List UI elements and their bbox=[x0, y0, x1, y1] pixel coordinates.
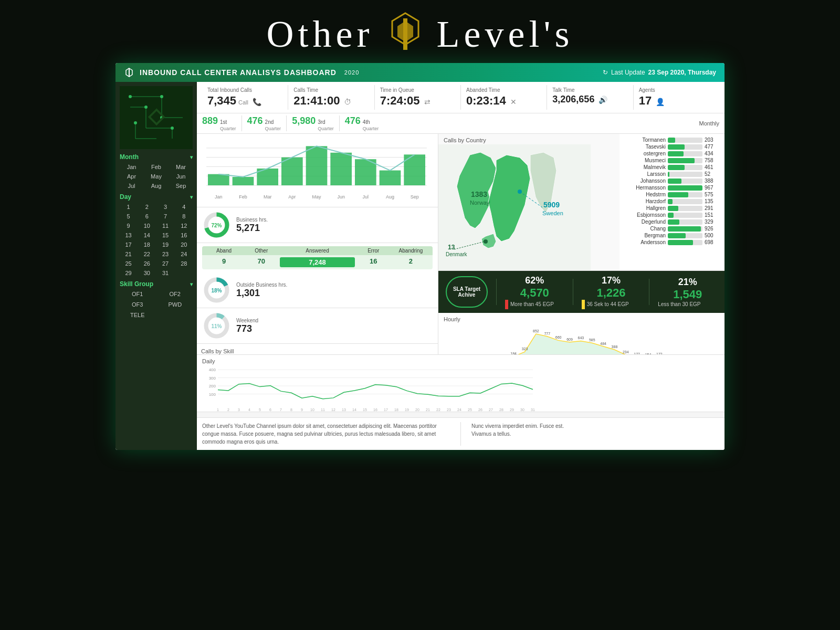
sidebar-day-14[interactable]: 14 bbox=[138, 231, 155, 239]
sidebar-day-30[interactable]: 30 bbox=[138, 269, 155, 277]
svg-rect-35 bbox=[306, 146, 328, 185]
sidebar-day-20[interactable]: 20 bbox=[175, 240, 193, 249]
sidebar-day-8[interactable]: 8 bbox=[175, 212, 193, 220]
agent-name-andersson: Andersson bbox=[624, 239, 666, 245]
sidebar-day-23[interactable]: 23 bbox=[157, 250, 174, 258]
skill-filter-icon[interactable]: ▾ bbox=[190, 281, 193, 287]
stats-header-1: Other bbox=[243, 248, 280, 254]
svg-text:13: 13 bbox=[448, 244, 455, 251]
outside-hours-info: Outside Business hrs. 1,301 bbox=[236, 282, 433, 299]
agent-bar-fill-hallgren bbox=[668, 206, 678, 211]
sidebar-day-3[interactable]: 3 bbox=[157, 203, 174, 211]
sidebar-day-19[interactable]: 19 bbox=[157, 240, 174, 249]
sidebar-day-15[interactable]: 15 bbox=[157, 231, 174, 239]
agent-bar-wrap-andersson bbox=[668, 240, 702, 245]
sidebar-day-5[interactable]: 5 bbox=[120, 212, 137, 220]
day-grid: 1234567891011121314151617181920212223242… bbox=[120, 203, 193, 277]
sidebar-day-7[interactable]: 7 bbox=[157, 212, 174, 220]
dashboard-header-left: INBOUND CALL CENTER ANALISYS DASHBOARD 2… bbox=[124, 67, 359, 78]
sidebar-day-11[interactable]: 11 bbox=[157, 222, 174, 230]
sidebar-day-6[interactable]: 6 bbox=[138, 212, 155, 220]
stats-table: AbandOtherAnsweredErrorAbandring 9707,24… bbox=[202, 246, 433, 269]
sidebar-skill-of1[interactable]: OF1 bbox=[120, 290, 155, 298]
sidebar-month-feb[interactable]: Feb bbox=[144, 163, 168, 171]
dashboard-title: INBOUND CALL CENTER ANALISYS DASHBOARD bbox=[140, 68, 337, 77]
sidebar-day-24[interactable]: 24 bbox=[175, 250, 193, 258]
brand-header: Other Level's bbox=[0, 0, 840, 63]
sidebar-day-22[interactable]: 22 bbox=[138, 250, 155, 258]
sidebar-month-apr[interactable]: Apr bbox=[120, 172, 143, 181]
sidebar-day-4[interactable]: 4 bbox=[175, 203, 193, 211]
sidebar-day-1[interactable]: 1 bbox=[120, 203, 137, 211]
sidebar-month-aug[interactable]: Aug bbox=[144, 182, 168, 190]
sidebar-month-jul[interactable]: Jul bbox=[120, 182, 143, 190]
map-section: Calls by Country bbox=[438, 134, 620, 270]
sidebar-month-jan[interactable]: Jan bbox=[120, 163, 143, 171]
q1-value: 889 bbox=[202, 116, 218, 127]
svg-text:12: 12 bbox=[331, 408, 335, 412]
svg-text:9: 9 bbox=[301, 408, 303, 412]
svg-point-15 bbox=[129, 95, 132, 98]
sla-pct-1: 62% bbox=[505, 275, 564, 286]
agent-value-hedstrm: 575 bbox=[705, 192, 720, 197]
svg-rect-41 bbox=[380, 171, 401, 185]
agent-value-harzdorf: 135 bbox=[705, 198, 720, 204]
day-filter-icon[interactable]: ▾ bbox=[190, 194, 193, 200]
agent-row-degerlund: Degerlund329 bbox=[624, 219, 720, 225]
sidebar-day-31[interactable]: 31 bbox=[157, 269, 174, 277]
svg-text:◇: ◇ bbox=[148, 104, 165, 127]
sla-segment-3: 21% 1,549 Less than 30 EGP bbox=[658, 277, 717, 307]
refresh-icon: ↻ bbox=[603, 69, 608, 76]
sla-pct-2: 17% bbox=[582, 275, 641, 286]
phone-icon: 📞 bbox=[253, 98, 261, 106]
svg-text:5909: 5909 bbox=[543, 201, 560, 209]
sidebar-day-29[interactable]: 29 bbox=[120, 269, 137, 277]
day-label: Day bbox=[120, 193, 131, 201]
sidebar-skill-pwd[interactable]: PWD bbox=[158, 300, 193, 309]
agent-bar-fill-hermansson bbox=[668, 185, 702, 191]
sidebar-day-21[interactable]: 21 bbox=[120, 250, 137, 258]
month-grid: JanFebMarAprMayJunJulAugSep bbox=[120, 163, 193, 190]
sidebar-day-26[interactable]: 26 bbox=[138, 259, 155, 268]
sidebar-day-16[interactable]: 16 bbox=[175, 231, 193, 239]
sidebar-day-17[interactable]: 17 bbox=[120, 240, 137, 249]
sla-desc-3: Less than 30 EGP bbox=[658, 301, 717, 307]
svg-text:5: 5 bbox=[259, 408, 261, 412]
sidebar-day-25[interactable]: 25 bbox=[120, 259, 137, 268]
svg-text:234: 234 bbox=[623, 350, 629, 354]
sidebar-skill-of2[interactable]: OF2 bbox=[158, 290, 193, 298]
q1-label: 1st bbox=[220, 119, 227, 125]
sidebar-month-jun[interactable]: Jun bbox=[169, 172, 193, 181]
kpi-abanded: Abanded Time 0:23:14 ✕ bbox=[461, 85, 547, 110]
svg-text:Sweden: Sweden bbox=[542, 210, 563, 216]
dashboard-container: INBOUND CALL CENTER ANALISYS DASHBOARD 2… bbox=[116, 63, 724, 450]
sidebar-month-mar[interactable]: Mar bbox=[169, 163, 193, 171]
kpi-abanded-label: Abanded Time bbox=[466, 87, 541, 93]
svg-text:Sep: Sep bbox=[411, 194, 419, 200]
sidebar-day-2[interactable]: 2 bbox=[138, 203, 155, 211]
agent-name-ostergren: ostergren bbox=[624, 151, 666, 156]
sidebar-day-13[interactable]: 13 bbox=[120, 231, 137, 239]
sidebar-month-may[interactable]: May bbox=[144, 172, 168, 181]
sidebar-month-sep[interactable]: Sep bbox=[169, 182, 193, 190]
sidebar-day-10[interactable]: 10 bbox=[138, 222, 155, 230]
sla-bar-red bbox=[505, 300, 508, 309]
sla-target: SLA Target Achive bbox=[446, 276, 488, 308]
sidebar-day-18[interactable]: 18 bbox=[138, 240, 155, 249]
q4-label: 4th bbox=[363, 119, 370, 125]
sidebar-skill-of3[interactable]: OF3 bbox=[120, 300, 155, 309]
sla-divider-3 bbox=[649, 279, 649, 305]
sidebar-day-27[interactable]: 27 bbox=[157, 259, 174, 268]
stats-header-0: Aband bbox=[205, 248, 243, 254]
svg-text:7: 7 bbox=[280, 408, 282, 412]
agent-value-hallgren: 291 bbox=[705, 205, 720, 211]
sidebar-day-12[interactable]: 12 bbox=[175, 222, 193, 230]
agent-bar-wrap-ostergren bbox=[668, 151, 702, 156]
svg-text:3: 3 bbox=[238, 408, 240, 412]
sidebar-day-9[interactable]: 9 bbox=[120, 222, 137, 230]
sidebar-skill-tele[interactable]: TELE bbox=[120, 311, 155, 319]
agent-bar-fill-musmeci bbox=[668, 158, 695, 163]
sidebar-day-28[interactable]: 28 bbox=[175, 259, 193, 268]
sla-count-1: 4,570 bbox=[505, 286, 564, 300]
month-filter-icon[interactable]: ▾ bbox=[190, 154, 193, 160]
